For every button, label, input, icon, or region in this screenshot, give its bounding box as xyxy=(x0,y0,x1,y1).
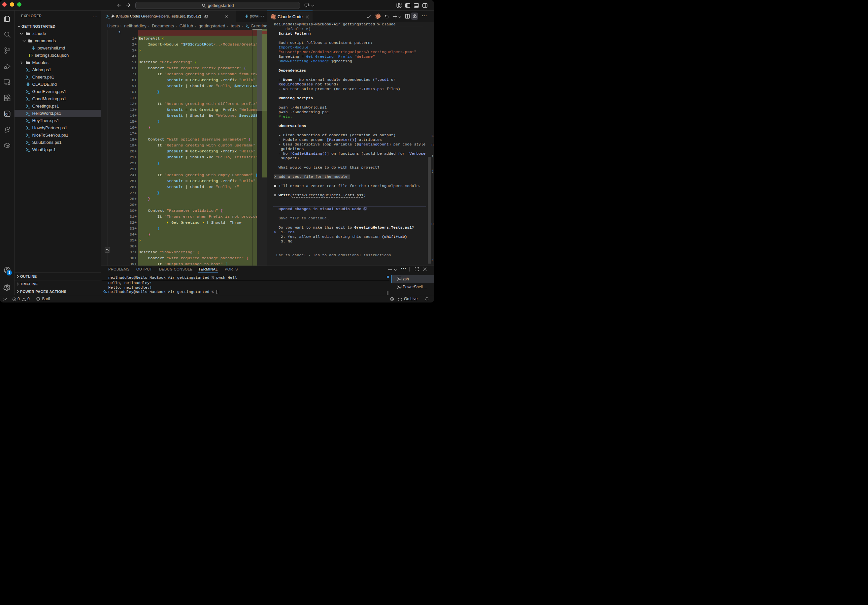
svg-text:QL: QL xyxy=(5,112,9,116)
